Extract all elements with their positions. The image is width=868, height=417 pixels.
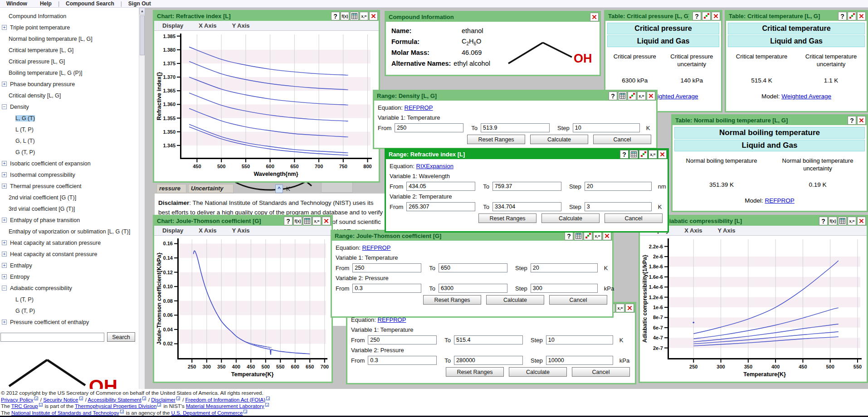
model-link[interactable]: REFPROP xyxy=(765,197,795,204)
cancel-button[interactable]: Cancel xyxy=(593,135,651,144)
expand-icon[interactable]: + xyxy=(2,25,7,30)
help-icon[interactable]: ? xyxy=(565,232,573,240)
calculate-button[interactable]: Calculate xyxy=(509,367,567,377)
from-input[interactable] xyxy=(368,335,437,344)
sidebar-item[interactable]: +Enthalpy of phase transition xyxy=(0,214,139,226)
chart-menu-display[interactable]: Display xyxy=(162,227,183,234)
expand-icon[interactable]: + xyxy=(2,172,7,177)
expand-icon[interactable]: + xyxy=(2,252,7,257)
from-input[interactable] xyxy=(395,123,463,132)
sidebar-item[interactable]: +Pressure coefficient of enthalpy xyxy=(0,316,139,328)
cancel-button[interactable]: Cancel xyxy=(549,295,607,305)
sidebar-item[interactable]: Compound Information xyxy=(0,10,139,22)
titlebar[interactable]: Table: Critical temperature [L, G] ?✕ xyxy=(726,11,867,21)
expand-icon[interactable]: + xyxy=(2,274,7,279)
table-icon[interactable] xyxy=(618,92,627,100)
close-icon[interactable]: ✕ xyxy=(658,150,667,159)
help-icon[interactable]: ? xyxy=(838,12,847,20)
footer-link[interactable]: Disclaimer xyxy=(151,397,176,402)
footer-link[interactable]: Privacy Policy xyxy=(1,397,34,402)
sidebar-item[interactable]: +Enthalpy xyxy=(0,260,139,271)
sidebar-item[interactable]: +Thermal pressure coefficient xyxy=(0,180,139,192)
close-icon[interactable]: ✕ xyxy=(625,304,634,312)
help-icon[interactable]: ? xyxy=(848,116,856,125)
to-input[interactable] xyxy=(493,182,561,191)
table-icon[interactable] xyxy=(350,12,359,20)
table-icon[interactable] xyxy=(303,217,312,225)
table-icon[interactable] xyxy=(838,217,847,225)
scrollbar-thumb[interactable] xyxy=(140,15,145,55)
from-input[interactable] xyxy=(368,356,437,365)
menu-help[interactable]: Help xyxy=(34,0,58,7)
cancel-button[interactable]: Cancel xyxy=(572,367,630,377)
close-icon[interactable]: ✕ xyxy=(322,217,331,225)
step-input[interactable] xyxy=(546,356,613,365)
step-input[interactable] xyxy=(546,335,613,344)
close-icon[interactable]: ✕ xyxy=(590,13,599,21)
close-icon[interactable]: ✕ xyxy=(857,116,866,125)
sidebar-item[interactable]: G (T, P) xyxy=(0,305,139,316)
help-icon[interactable]: ? xyxy=(620,150,629,159)
to-input[interactable] xyxy=(493,202,561,211)
sidebar-item[interactable]: Normal boiling temperature [L, G] xyxy=(0,33,139,44)
from-input[interactable] xyxy=(352,284,421,293)
sidebar-scrollbar[interactable]: ▲ xyxy=(139,8,145,389)
fx-icon[interactable]: f(x) xyxy=(341,12,349,20)
reset-ranges-button[interactable]: Reset Ranges xyxy=(446,367,504,377)
from-input[interactable] xyxy=(406,182,475,191)
titlebar[interactable]: Compound Information ✕ xyxy=(386,12,600,22)
titlebar[interactable]: Range: Refractive index [L] ?x,=✕ xyxy=(386,150,668,159)
reset-ranges-button[interactable]: Reset Ranges xyxy=(467,135,525,144)
scroll-up-icon[interactable]: ▲ xyxy=(139,8,145,15)
calculate-button[interactable]: Calculate xyxy=(486,295,544,305)
fx-icon[interactable]: f(x) xyxy=(293,217,302,225)
footer-link[interactable]: Accessibility Statement xyxy=(88,397,141,402)
to-input[interactable] xyxy=(481,123,550,132)
expand-icon[interactable]: + xyxy=(2,240,7,245)
chart-menu-xaxis[interactable]: X Axis xyxy=(199,22,216,29)
footer-link[interactable]: Security Notice xyxy=(43,397,78,402)
sidebar-item[interactable]: Critical density [L, G] xyxy=(0,90,139,101)
expand-icon[interactable]: + xyxy=(2,263,7,268)
sidebar-item[interactable]: +Heat capacity at constant pressure xyxy=(0,248,139,260)
footer-link[interactable]: National Institute of Standards and Tech… xyxy=(11,410,119,416)
expand-icon[interactable]: + xyxy=(2,218,7,223)
chart-menu-display[interactable]: Display xyxy=(162,22,183,29)
sidebar-item[interactable]: −Adiabatic compressibility xyxy=(0,282,139,294)
to-input[interactable] xyxy=(439,263,507,272)
close-icon[interactable]: ✕ xyxy=(369,12,378,20)
calculate-button[interactable]: Calculate xyxy=(541,213,600,223)
equation-link[interactable]: RIXExpansion xyxy=(416,163,454,170)
help-icon[interactable]: ? xyxy=(692,12,701,20)
collapse-icon[interactable]: − xyxy=(2,104,7,109)
xeq-icon[interactable]: x,= xyxy=(312,217,321,225)
close-icon[interactable]: ✕ xyxy=(647,92,655,100)
xeq-icon[interactable]: x,= xyxy=(616,304,624,312)
sidebar-item[interactable]: G, L (T) xyxy=(0,135,139,146)
sidebar-item[interactable]: +Isobaric coefficient of expansion xyxy=(0,158,139,169)
plot-icon[interactable] xyxy=(702,12,711,20)
table-icon[interactable] xyxy=(629,150,638,159)
sidebar-item[interactable]: L (T, P) xyxy=(0,294,139,305)
fx-icon[interactable]: f(x) xyxy=(829,217,837,225)
hidden-spin-button[interactable]: ^ xyxy=(275,184,283,193)
step-input[interactable] xyxy=(585,182,652,191)
titlebar[interactable]: Chart: Joule-Thomson coefficient [G] ?f(… xyxy=(154,216,332,226)
chart-menu-xaxis[interactable]: X Axis xyxy=(684,227,702,234)
sidebar-item[interactable]: G (T, P) xyxy=(0,146,139,158)
titlebar[interactable]: Chart: Adiabatic compressibility [L] ?f(… xyxy=(640,216,867,226)
expand-icon[interactable]: + xyxy=(2,82,7,87)
titlebar[interactable]: Table: Critical pressure [L, G] ?✕ xyxy=(605,11,721,21)
search-input[interactable] xyxy=(0,333,104,342)
sidebar-item[interactable]: +Isothermal compressibility xyxy=(0,169,139,180)
menu-window[interactable]: Window xyxy=(0,0,34,7)
help-icon[interactable]: ? xyxy=(609,92,617,100)
sidebar-item[interactable]: +Triple point temperature xyxy=(0,22,139,33)
expand-icon[interactable]: + xyxy=(2,184,7,189)
titlebar[interactable]: Table: Normal boiling temperature [L, G]… xyxy=(673,116,867,125)
xeq-icon[interactable]: x,= xyxy=(593,232,602,240)
footer-link[interactable]: Freedom of Information Act (FOIA) xyxy=(185,397,265,402)
collapse-icon[interactable]: − xyxy=(2,286,7,291)
step-input[interactable] xyxy=(531,263,598,272)
to-input[interactable] xyxy=(454,356,523,365)
